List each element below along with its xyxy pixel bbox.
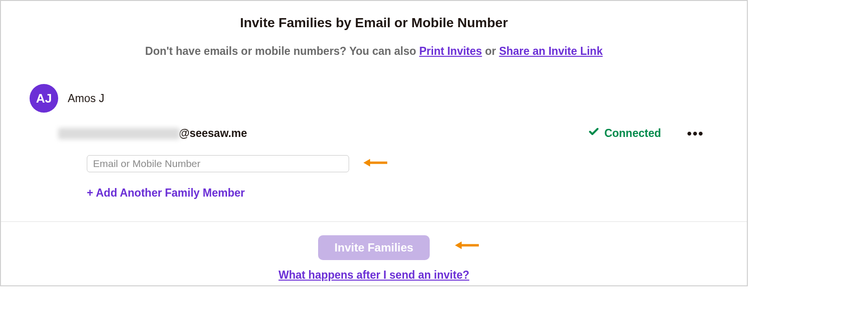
svg-marker-1 xyxy=(363,159,370,167)
sub-or: or xyxy=(482,45,499,57)
print-invites-link[interactable]: Print Invites xyxy=(419,45,482,57)
connected-contact-row: @seesaw.me Connected ••• xyxy=(30,126,718,141)
invite-families-panel: Invite Families by Email or Mobile Numbe… xyxy=(0,0,748,286)
page-title: Invite Families by Email or Mobile Numbe… xyxy=(1,15,747,31)
footer: Invite Families What happens after I sen… xyxy=(1,221,747,285)
student-section: AJ Amos J @seesaw.me Connected ••• + Add… xyxy=(1,84,747,199)
svg-marker-3 xyxy=(455,241,462,249)
email-domain-suffix: @seesaw.me xyxy=(179,127,247,140)
redacted-email-local xyxy=(58,128,180,139)
contact-input[interactable] xyxy=(87,155,349,172)
add-another-family-member-button[interactable]: + Add Another Family Member xyxy=(30,187,718,199)
share-invite-link[interactable]: Share an Invite Link xyxy=(499,45,602,57)
contact-input-row xyxy=(30,155,718,172)
check-icon xyxy=(588,126,599,141)
sub-instruction: Don't have emails or mobile numbers? You… xyxy=(1,45,747,58)
invite-families-button[interactable]: Invite Families xyxy=(318,235,429,260)
connection-status: Connected xyxy=(588,126,661,141)
more-options-button[interactable]: ••• xyxy=(687,127,704,140)
arrow-left-icon xyxy=(363,157,387,170)
student-header: AJ Amos J xyxy=(30,84,718,113)
arrow-left-icon xyxy=(455,240,479,252)
status-label: Connected xyxy=(604,127,661,140)
avatar: AJ xyxy=(30,84,58,113)
student-name: Amos J xyxy=(68,92,104,105)
what-happens-help-link[interactable]: What happens after I send an invite? xyxy=(1,269,747,282)
sub-prefix: Don't have emails or mobile numbers? You… xyxy=(145,45,419,57)
